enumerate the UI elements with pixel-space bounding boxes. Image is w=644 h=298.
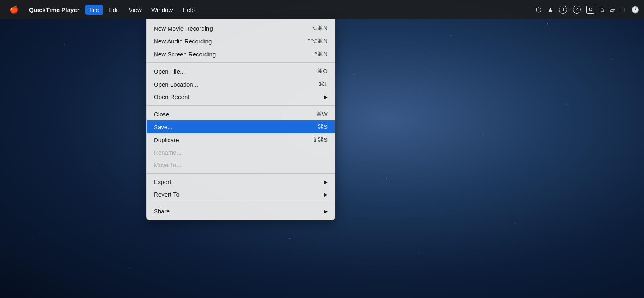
open-recent-submenu-arrow: ▶ (324, 94, 328, 100)
move-to-label: Move To... (154, 161, 182, 168)
menu-help[interactable]: Help (178, 5, 199, 15)
open-location-label: Open Location... (154, 81, 198, 88)
open-file-label: Open File... (154, 68, 185, 75)
clock-icon[interactable]: 🕐 (631, 6, 639, 14)
rename-label: Rename... (154, 149, 182, 156)
revert-to-label: Revert To (154, 191, 180, 198)
info-icon[interactable]: i (559, 6, 567, 14)
close-label: Close (154, 111, 169, 118)
duplicate-shortcut: ⇧⌘S (312, 136, 328, 143)
open-recent-label: Open Recent (154, 93, 189, 100)
menu-item-rename: Rename... (147, 146, 335, 159)
menu-item-close[interactable]: Close ⌘W (147, 108, 335, 120)
new-audio-recording-shortcut: ^⌥⌘N (308, 37, 328, 45)
export-submenu-arrow: ▶ (324, 179, 328, 185)
menu-item-new-movie-recording[interactable]: New Movie Recording ⌥⌘N (147, 22, 335, 35)
new-movie-recording-label: New Movie Recording (154, 25, 213, 32)
duplicate-label: Duplicate (154, 137, 179, 143)
menu-file[interactable]: File (85, 5, 103, 15)
new-audio-recording-label: New Audio Recording (154, 38, 212, 45)
menu-item-new-audio-recording[interactable]: New Audio Recording ^⌥⌘N (147, 35, 335, 48)
menu-item-move-to: Move To... (147, 159, 335, 171)
menubar-right: ⬡ ▲ i ✓ C ⌂ ▱ ⊞ 🕐 (536, 6, 639, 14)
export-label: Export (154, 178, 171, 185)
menu-item-save[interactable]: Save... ⌘S (147, 120, 335, 133)
separator-4 (147, 203, 335, 203)
save-label: Save... (154, 124, 173, 130)
share-label: Share (154, 208, 170, 215)
open-location-shortcut: ⌘L (318, 81, 328, 88)
close-shortcut: ⌘W (316, 110, 328, 118)
app-name-label[interactable]: QuickTime Player (25, 5, 84, 15)
menu-item-open-file[interactable]: Open File... ⌘O (147, 65, 335, 78)
separator-1 (147, 62, 335, 63)
open-file-shortcut: ⌘O (317, 68, 328, 75)
separator-2 (147, 105, 335, 106)
menu-view[interactable]: View (125, 5, 146, 15)
new-movie-recording-shortcut: ⌥⌘N (310, 25, 328, 32)
clipboard-icon[interactable]: C (586, 6, 594, 14)
menubar: 🍎 File QuickTime Player File Edit View W… (0, 0, 644, 19)
menu-window[interactable]: Window (147, 5, 177, 15)
file-dropdown-menu: New Movie Recording ⌥⌘N New Audio Record… (146, 19, 335, 220)
menu-edit[interactable]: Edit (105, 5, 123, 15)
new-screen-recording-shortcut: ^⌘N (314, 50, 328, 58)
grid-icon[interactable]: ⊞ (620, 6, 625, 14)
menu-item-revert-to[interactable]: Revert To ▶ (147, 188, 335, 201)
menubar-left: 🍎 File QuickTime Player File Edit View W… (5, 4, 536, 16)
home-icon[interactable]: ⌂ (600, 6, 604, 13)
new-screen-recording-label: New Screen Recording (154, 51, 216, 58)
menu-item-open-recent[interactable]: Open Recent ▶ (147, 91, 335, 103)
revert-to-submenu-arrow: ▶ (324, 192, 328, 197)
separator-3 (147, 173, 335, 174)
share-submenu-arrow: ▶ (324, 209, 328, 214)
menu-item-export[interactable]: Export ▶ (147, 176, 335, 188)
menu-item-new-screen-recording[interactable]: New Screen Recording ^⌘N (147, 48, 335, 60)
googledrive-icon[interactable]: ▲ (547, 6, 553, 13)
save-shortcut: ⌘S (318, 123, 328, 130)
menu-item-share[interactable]: Share ▶ (147, 205, 335, 217)
check-circle-icon[interactable]: ✓ (573, 6, 581, 14)
menu-item-open-location[interactable]: Open Location... ⌘L (147, 78, 335, 91)
dropbox-icon[interactable]: ⬡ (536, 6, 541, 14)
menu-item-duplicate[interactable]: Duplicate ⇧⌘S (147, 133, 335, 146)
apple-menu[interactable]: 🍎 (5, 4, 23, 16)
airplay-icon[interactable]: ▱ (610, 6, 615, 14)
